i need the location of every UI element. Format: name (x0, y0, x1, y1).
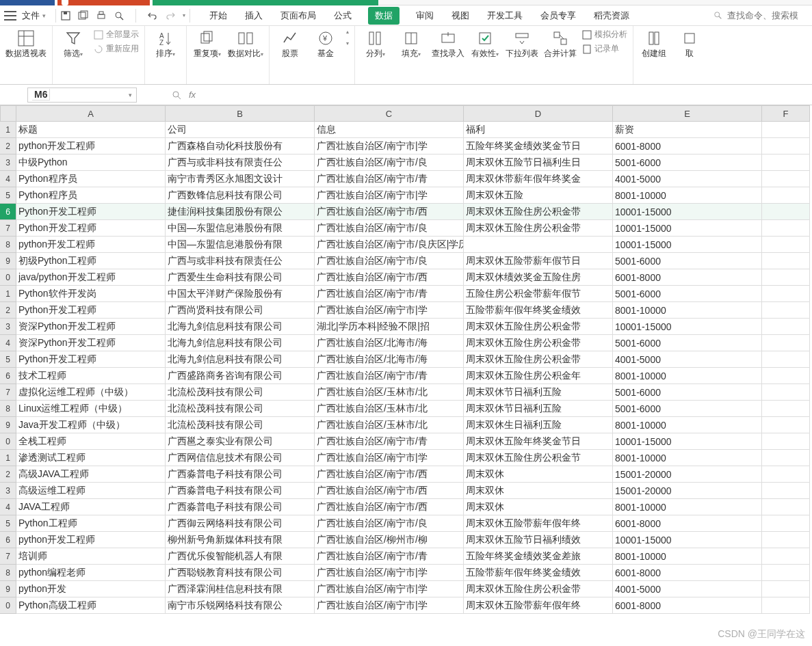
cell[interactable]: 周末双休五险住房公积金带 (464, 581, 613, 597)
stock-button[interactable]: 股票 (275, 29, 305, 58)
ribbon-tab-8[interactable]: 会员专享 (539, 7, 577, 25)
row-header[interactable]: 5 (0, 515, 16, 532)
cell[interactable] (464, 237, 613, 253)
print-icon[interactable] (96, 10, 107, 21)
name-box[interactable]: M6 ▾ (27, 88, 137, 103)
fund-button[interactable]: ¥ 基金 (311, 29, 341, 58)
cell[interactable]: 广西壮族自治区/玉林市/北 (315, 417, 464, 433)
dropdown-button[interactable]: 下拉列表 (506, 29, 538, 58)
cell[interactable]: 广西优乐俊智能机器人有限 (166, 548, 315, 565)
cell[interactable]: 广西与或非科技有限责任公 (166, 253, 315, 269)
cell[interactable]: 广西壮族自治区/南宁市|学 (315, 138, 464, 154)
row-header[interactable]: 1 (0, 450, 16, 466)
cell[interactable]: 10001-15000 (613, 237, 762, 253)
ribbon-tab-9[interactable]: 稻壳资源 (592, 7, 631, 25)
cell[interactable]: 周末双休五险住房公积金带 (464, 319, 613, 335)
cell[interactable] (762, 269, 810, 286)
cell[interactable]: 资深Python开发工程师 (16, 319, 166, 335)
cell[interactable]: 广西御云网络科技有限公司 (166, 515, 315, 532)
cell[interactable]: 北海九剑信息科技有限公司 (166, 319, 315, 335)
col-header-F[interactable]: F (762, 105, 810, 122)
fill-button[interactable]: 填充▾ (396, 29, 426, 58)
cell[interactable]: 8001-10000 (613, 417, 762, 433)
cell[interactable] (762, 597, 810, 614)
row-header[interactable]: 1 (0, 286, 16, 302)
cell[interactable]: 6001-8000 (613, 597, 762, 614)
chevron-down-icon[interactable]: ▾ (183, 12, 185, 18)
chevron-up-icon[interactable]: ▴ (346, 29, 349, 35)
cell[interactable]: 培训师 (16, 548, 166, 565)
cell[interactable]: 8001-10000 (613, 499, 762, 515)
row-header[interactable]: 8 (0, 401, 16, 417)
cell[interactable]: 广西淼普电子科技有限公司 (166, 483, 315, 499)
cell[interactable]: 6001-8000 (613, 565, 762, 581)
data-compare-button[interactable]: 数据对比▾ (228, 29, 263, 58)
cell[interactable]: Python开发工程师 (16, 204, 166, 220)
cell[interactable]: 广西数锋信息科技有限公司 (166, 187, 315, 204)
row-header[interactable]: 2 (0, 138, 16, 154)
row-header[interactable]: 1 (0, 122, 16, 138)
cell[interactable] (762, 483, 810, 499)
group-button[interactable]: 创建组 (639, 29, 669, 58)
cell[interactable]: 周末双休五险住房公积金带 (464, 351, 613, 368)
cell[interactable]: 广西壮族自治区/南宁市/青 (315, 368, 464, 384)
cell[interactable]: 周末双休 (464, 483, 613, 499)
save-icon[interactable] (60, 10, 71, 21)
cell[interactable]: 广西壮族自治区/南宁市/青 (315, 548, 464, 565)
cell[interactable]: 周末双休五险住房公积金节 (464, 450, 613, 466)
cell[interactable] (762, 499, 810, 515)
cell[interactable]: 北流松茂科技有限公司 (166, 417, 315, 433)
cell[interactable]: 广西壮族自治区/南宁市/良 (315, 515, 464, 532)
ribbon-tab-2[interactable]: 页面布局 (279, 7, 317, 25)
tab-fragment-active[interactable] (153, 0, 378, 5)
cell[interactable]: 高级运维工程师 (16, 483, 166, 499)
show-all-button[interactable]: 全部显示 (94, 29, 139, 40)
cell[interactable]: 南宁市乐锐网络科技有限公 (166, 597, 315, 614)
cell[interactable]: 6001-8000 (613, 269, 762, 286)
pivot-button[interactable]: 数据透视表 (5, 29, 47, 58)
chevron-down-icon[interactable]: ▾ (346, 40, 349, 46)
cell[interactable]: 周末双休节日福利五险 (464, 384, 613, 401)
cell[interactable]: 广西壮族自治区/南宁市/良 (315, 253, 464, 269)
cell[interactable]: 广西尚贤科技有限公司 (166, 302, 315, 319)
cell[interactable]: 广西壮族自治区/柳州市/柳 (315, 532, 464, 548)
cell[interactable]: 10001-15000 (613, 433, 762, 450)
row-header[interactable]: 8 (0, 565, 16, 581)
cell[interactable]: 广西网信信息技术有限公司 (166, 450, 315, 466)
cell[interactable]: 6001-8000 (613, 515, 762, 532)
cell[interactable]: 周末双休 (464, 499, 613, 515)
file-menu[interactable]: 文件 ▾ (22, 10, 46, 22)
search-input[interactable] (727, 10, 809, 21)
cell[interactable]: 10001-15000 (613, 319, 762, 335)
lookup-button[interactable]: 查找录入 (432, 29, 464, 58)
col-header-D[interactable]: D (464, 105, 613, 122)
app-menu-icon[interactable] (4, 11, 16, 21)
cell[interactable]: 广西爱生生命科技有限公司 (166, 269, 315, 286)
command-search[interactable] (713, 10, 809, 21)
cell[interactable]: 广西壮族自治区/南宁市|学 (315, 450, 464, 466)
row-header[interactable]: 7 (0, 220, 16, 237)
ribbon-tab-5[interactable]: 审阅 (415, 7, 435, 25)
simulate-button[interactable]: 模拟分析 (582, 29, 627, 40)
cell[interactable]: 10001-15000 (613, 220, 762, 237)
cell[interactable] (762, 286, 810, 302)
cell[interactable]: 5001-6000 (613, 154, 762, 171)
row-header[interactable]: 3 (0, 154, 16, 171)
cell[interactable] (762, 433, 810, 450)
cell[interactable] (762, 384, 810, 401)
ribbon-tab-3[interactable]: 公式 (332, 7, 353, 25)
cell[interactable]: python开发工程师 (16, 532, 166, 548)
cell[interactable]: 8001-10000 (613, 548, 762, 565)
cell[interactable]: python开发工程师 (16, 138, 166, 154)
cell[interactable]: 北海九剑信息科技有限公司 (166, 335, 315, 351)
cell[interactable]: 广西淼普电子科技有限公司 (166, 466, 315, 483)
cell[interactable]: 广西壮族自治区/南宁市/西 (315, 466, 464, 483)
validity-button[interactable]: 有效性▾ (470, 29, 500, 58)
cell[interactable]: 5001-6000 (613, 384, 762, 401)
col-header-A[interactable]: A (16, 105, 166, 122)
cell[interactable]: 周末双休带薪年假年终奖金 (464, 171, 613, 187)
cell[interactable]: 柳州新号角新媒体科技有限 (166, 532, 315, 548)
cell[interactable]: 广西盛路商务咨询有限公司 (166, 368, 315, 384)
ribbon-tab-6[interactable]: 视图 (450, 7, 471, 25)
cell[interactable]: 虚拟化运维工程师（中级） (16, 384, 166, 401)
